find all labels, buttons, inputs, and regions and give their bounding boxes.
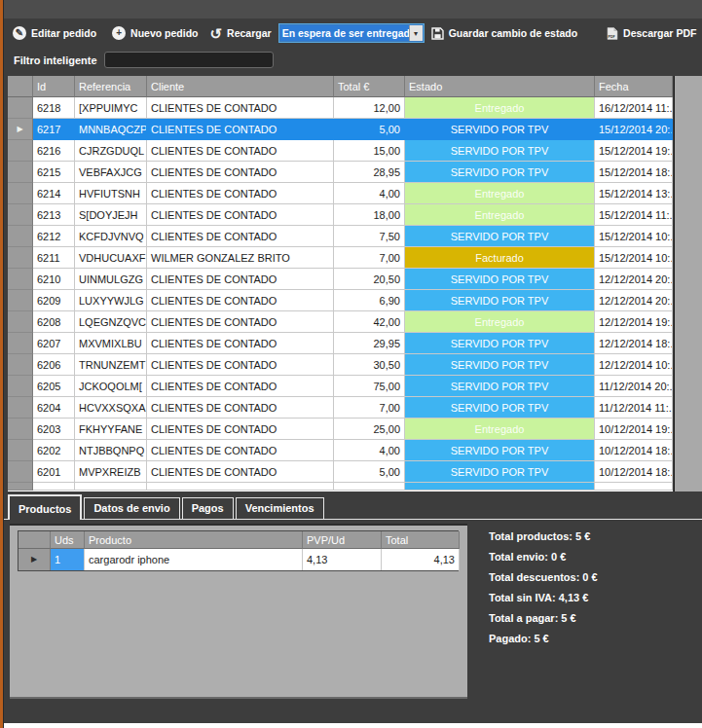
- cell-fecha: 15/12/2014 19:...: [595, 140, 673, 162]
- status-dropdown[interactable]: En espera de ser entregado ▾: [279, 24, 424, 42]
- table-row[interactable]: ▶6217MNNBAQCZPCLIENTES DE CONTADO5,00SER…: [8, 119, 673, 140]
- status-badge: SERVIDO POR TPV: [405, 440, 595, 461]
- pdf-icon: PDF: [607, 27, 618, 40]
- download-pdf-button[interactable]: PDF Descargar PDF: [607, 27, 696, 40]
- cell-cliente: CLIENTES DE CONTADO: [147, 354, 334, 376]
- table-row[interactable]: 6205JCKOQOLM[CLIENTES DE CONTADO75,00SER…: [8, 376, 673, 397]
- total-line: Total sin IVA: 4,13 €: [489, 588, 598, 608]
- cell-cliente: WILMER GONZALEZ BRITO: [147, 247, 334, 269]
- row-selector-cell: [8, 247, 33, 269]
- row-selector-cell: [8, 440, 33, 461]
- products-panel: UdsProductoPVP/UdTotal ▶1cargarodr iphon…: [10, 524, 467, 699]
- products-header: UdsProductoPVP/UdTotal: [18, 531, 458, 549]
- bottom-strip: [4, 723, 702, 728]
- table-row[interactable]: 6206TRNUNZEMTCLIENTES DE CONTADO30,50SER…: [8, 354, 673, 376]
- cell-referencia: KCFDJVNVQ: [75, 226, 147, 247]
- cell-id: 6205: [33, 376, 75, 397]
- status-badge: SERVIDO POR TPV: [405, 376, 595, 397]
- cell-referencia: TRNUNZEMT: [75, 354, 147, 376]
- cell-cliente: CLIENTES DE CONTADO: [147, 397, 334, 419]
- cell-referencia: LQEGNZQVC: [75, 311, 147, 333]
- cell-id: 6209: [33, 290, 75, 311]
- cell-fecha: 12/12/2014 18:...: [595, 333, 673, 354]
- product-column-header-pvp-ud[interactable]: PVP/Ud: [303, 531, 382, 549]
- cell-total: 6,90: [334, 290, 405, 311]
- cell-cliente: CLIENTES DE CONTADO: [147, 140, 334, 162]
- product-column-header-producto[interactable]: Producto: [85, 531, 303, 549]
- cell-total: 42,00: [334, 311, 405, 333]
- status-badge: Entregado: [405, 419, 595, 440]
- smart-filter-input[interactable]: [104, 52, 274, 68]
- table-row[interactable]: 6210UINMULGZGCLIENTES DE CONTADO20,50SER…: [8, 269, 673, 290]
- partial-cell: [75, 483, 147, 491]
- cell-referencia: UINMULGZG: [75, 269, 147, 290]
- status-badge: SERVIDO POR TPV: [405, 333, 595, 354]
- cell-fecha: 11/12/2014 11:...: [595, 397, 673, 419]
- selected-row-arrow-icon: ▶: [31, 556, 37, 564]
- edit-order-label: Editar pedido: [31, 27, 96, 39]
- cell-total: 30,50: [334, 354, 405, 376]
- cell-referencia: S[DOYJEJH: [75, 204, 147, 226]
- column-header-estado[interactable]: Estado: [405, 76, 595, 97]
- pencil-icon: ✎: [13, 26, 26, 40]
- chevron-down-icon[interactable]: ▾: [409, 25, 423, 41]
- tab-vencimientos[interactable]: Vencimientos: [236, 497, 324, 519]
- column-header-id[interactable]: Id: [33, 76, 75, 97]
- table-row[interactable]: 6202NTJBBQNPQCLIENTES DE CONTADO4,00SERV…: [8, 440, 673, 461]
- product-column-header-uds[interactable]: Uds: [51, 531, 85, 549]
- column-header-total-[interactable]: Total €: [334, 76, 405, 97]
- table-row[interactable]: 6214HVFIUTSNHCLIENTES DE CONTADO4,00Entr…: [8, 183, 673, 204]
- column-header-fecha[interactable]: Fecha: [595, 76, 673, 97]
- vertical-scrollbar[interactable]: [674, 76, 702, 491]
- table-row[interactable]: 6209LUXYYWJLGCLIENTES DE CONTADO6,90SERV…: [8, 290, 673, 311]
- cell-cliente: CLIENTES DE CONTADO: [147, 269, 334, 290]
- table-row[interactable]: 6204HCVXXSQXACLIENTES DE CONTADO7,00SERV…: [8, 397, 673, 419]
- tab-datos-de-envio[interactable]: Datos de envio: [84, 497, 179, 519]
- cell-total: 5,00: [334, 119, 405, 140]
- product-column-header-total[interactable]: Total: [382, 531, 460, 549]
- column-header-cliente[interactable]: Cliente: [147, 76, 334, 97]
- reload-button[interactable]: ↺ Recargar: [210, 26, 272, 41]
- cell-referencia: [XPPUIMYC: [75, 97, 147, 119]
- product-row[interactable]: ▶1cargarodr iphone4,134,13: [18, 549, 458, 570]
- new-order-button[interactable]: + Nuevo pedido: [112, 26, 198, 40]
- cell-fecha: 12/12/2014 19:...: [595, 311, 673, 333]
- cell-cliente: CLIENTES DE CONTADO: [147, 119, 334, 140]
- product-column-header-selector[interactable]: [18, 531, 51, 549]
- table-row[interactable]: 6203FKHYYFANECLIENTES DE CONTADO25,00Ent…: [8, 419, 673, 440]
- tab-productos[interactable]: Productos: [8, 494, 82, 520]
- column-header-selector[interactable]: [8, 76, 33, 97]
- row-selector-cell: [8, 461, 33, 483]
- table-row[interactable]: 6218[XPPUIMYCCLIENTES DE CONTADO12,00Ent…: [8, 97, 673, 119]
- filter-row: Filtro inteligente: [4, 47, 702, 76]
- cell-referencia: MNNBAQCZP: [75, 119, 147, 140]
- row-selector-cell: [8, 419, 33, 440]
- orders-table: IdReferenciaClienteTotal €EstadoFecha 62…: [8, 76, 673, 491]
- table-row[interactable]: 6211VDHUCUAXFWILMER GONZALEZ BRITO7,00Fa…: [8, 247, 673, 269]
- download-pdf-label: Descargar PDF: [623, 27, 696, 39]
- cell-cliente: CLIENTES DE CONTADO: [147, 97, 334, 119]
- partial-cell: [147, 483, 334, 491]
- status-badge: SERVIDO POR TPV: [405, 226, 595, 247]
- table-row[interactable]: 6207MXVMIXLBUCLIENTES DE CONTADO29,95SER…: [8, 333, 673, 354]
- edit-order-button[interactable]: ✎ Editar pedido: [13, 26, 96, 40]
- table-row[interactable]: 6213S[DOYJEJHCLIENTES DE CONTADO18,00Ent…: [8, 204, 673, 226]
- detail-tabs: ProductosDatos de envioPagosVencimientos: [4, 492, 702, 520]
- cell-id: 6212: [33, 226, 75, 247]
- order-totals: Total productos: 5 €Total envio: 0 €Tota…: [489, 527, 598, 649]
- tab-pagos[interactable]: Pagos: [182, 497, 234, 519]
- table-row[interactable]: 6212KCFDJVNVQCLIENTES DE CONTADO7,50SERV…: [8, 226, 673, 247]
- cell-id: 6217: [33, 119, 75, 140]
- cell-uds: 1: [51, 549, 85, 570]
- table-row[interactable]: 6208LQEGNZQVCCLIENTES DE CONTADO42,00Ent…: [8, 311, 673, 333]
- products-rows: ▶1cargarodr iphone4,134,13: [18, 549, 458, 570]
- cell-total: 5,00: [334, 461, 405, 483]
- save-status-button[interactable]: Guardar cambio de estado: [431, 27, 577, 40]
- table-row[interactable]: 6201MVPXREIZBCLIENTES DE CONTADO5,00SERV…: [8, 461, 673, 483]
- cell-total: 4,13: [382, 549, 460, 570]
- column-header-referencia[interactable]: Referencia: [75, 76, 147, 97]
- table-row[interactable]: 6216CJRZGDUQLCLIENTES DE CONTADO15,00SER…: [8, 140, 673, 162]
- cell-producto: cargarodr iphone: [85, 549, 303, 570]
- row-selector-cell: [8, 162, 33, 183]
- table-row[interactable]: 6215VEBFAXJCGCLIENTES DE CONTADO28,95SER…: [8, 162, 673, 183]
